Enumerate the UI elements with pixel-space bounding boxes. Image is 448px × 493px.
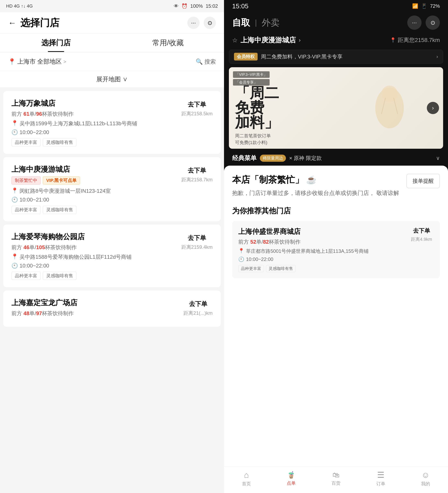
search-icon: 🔍 — [196, 58, 203, 65]
store-name-4: 上海嘉定宝龙广场店 — [11, 298, 184, 308]
banner-sub-text: 周二首笔茶饮订单可免费(1款小料) — [235, 132, 279, 146]
tab-delivery[interactable]: 外卖 — [262, 17, 280, 29]
left-header: ← 选择门店 ··· ⊙ — [0, 12, 224, 34]
tag-variety-3: 品种更丰富 — [11, 272, 41, 280]
tag-coffee-2: 灵感咖啡有售 — [43, 206, 76, 214]
store-name-2: 上海中庚漫游城店 — [11, 164, 181, 174]
recommend-queue: 前方 52单/82杯茶饮待制作 — [238, 238, 409, 246]
member-banner[interactable]: 会员特权 周二免费加料，VIP.3-VIP.黑卡专享 › — [229, 50, 443, 64]
location-button[interactable]: ⊙ — [204, 17, 216, 29]
nav-order-label: 点单 — [287, 480, 296, 486]
order-btn-3[interactable]: 去下单 — [188, 234, 206, 242]
rec-order-btn[interactable]: 去下单 — [413, 227, 430, 235]
rec-queue-2: 82 — [263, 239, 269, 245]
tab-divider: | — [255, 18, 257, 27]
store-address-2: 📍 闵虹路8号中庚漫游城一层IN123-124室 — [11, 187, 181, 195]
pin-icon-1: 📍 — [11, 120, 18, 126]
store-hours-3: 🕙 10:00~22:00 — [11, 263, 181, 269]
left-tabs: 选择门店 常用/收藏 — [0, 34, 224, 52]
right-more-button[interactable]: ··· — [407, 15, 422, 30]
queue-num2-1: 96 — [36, 111, 42, 117]
store-queue-4: 前方 48单/97杯茶饮待制作 — [11, 310, 184, 317]
clock-icon-2: 🕙 — [11, 197, 18, 203]
queue-num1-1: 61 — [23, 111, 29, 117]
location-selector[interactable]: 📍 上海市 全部地区 > — [8, 57, 66, 66]
queue-num2-4: 97 — [36, 310, 42, 316]
right-header: 自取 | 外卖 ··· ⊙ — [224, 12, 448, 33]
store-hours-1: 🕙 10:00~22:00 — [11, 129, 181, 135]
store-status-tags-2: 制茶繁忙中 VIP.黑卡可点单 — [11, 176, 181, 185]
nav-orders-label: 订单 — [376, 481, 385, 487]
tab-pickup[interactable]: 自取 — [232, 17, 250, 29]
order-icon: 🧋 — [287, 471, 295, 479]
recommend-hours: 🕙 10:00~22:00 — [238, 257, 409, 262]
map-toggle-button[interactable]: 展开地图 ∨ — [0, 71, 224, 88]
order-btn-2[interactable]: 去下单 — [188, 167, 206, 175]
nav-shop[interactable]: 🛍 百货 — [331, 471, 340, 486]
star-icon: ☆ — [232, 37, 238, 44]
collab-badge: 稀限量周边 — [260, 155, 286, 162]
queue-num1-4: 48 — [23, 310, 29, 316]
tag-coffee-1: 灵感咖啡有售 — [43, 138, 76, 146]
member-badge: 会员特权 — [234, 53, 258, 60]
busy-title: 本店「制茶繁忙」 ☕ — [232, 174, 406, 186]
menu-chevron-down[interactable]: ∨ — [436, 155, 440, 161]
right-status-bar: 15:05 📶 📱 72% — [224, 0, 448, 12]
nav-home[interactable]: ⌂ 首页 — [242, 471, 251, 487]
tab-select-store[interactable]: 选择门店 — [0, 34, 112, 52]
menu-title: 经典菜单 — [232, 154, 257, 162]
left-status-signal: HD 4G ↑↓ 4G — [6, 3, 33, 9]
store-name-1: 上海万象城店 — [11, 98, 181, 108]
rec-distance: 距离4.9km — [411, 236, 432, 242]
remind-button[interactable]: 接单提醒 — [406, 174, 440, 188]
tag-variety-1: 品种更丰富 — [11, 138, 41, 146]
nav-home-label: 首页 — [242, 481, 251, 487]
tab-favorites[interactable]: 常用/收藏 — [112, 34, 224, 52]
tag-vip-2: VIP.黑卡可点单 — [43, 176, 80, 185]
pin-icon-2: 📍 — [11, 187, 18, 194]
alarm-icon: ⏰ — [181, 3, 187, 9]
battery-right: 72% — [430, 3, 440, 9]
right-panel: 15:05 📶 📱 72% 自取 | 外卖 ··· ⊙ ☆ 上海中庚漫游城店 › — [224, 0, 448, 493]
nav-order[interactable]: 🧋 点单 — [287, 471, 296, 486]
member-arrow-icon: › — [437, 54, 438, 59]
location-arrow: > — [63, 59, 66, 65]
back-button[interactable]: ← — [8, 18, 16, 27]
store-tags-2: 品种更丰富 灵感咖啡有售 — [11, 206, 181, 214]
tag-busy-2: 制茶繁忙中 — [11, 176, 41, 185]
distance-pin-icon: 📍 — [390, 37, 396, 43]
page-title: 选择门店 — [20, 16, 59, 29]
carousel-next-button[interactable]: › — [427, 102, 439, 114]
orders-icon: ☰ — [377, 470, 384, 480]
distance-2: 距离2158.7km — [181, 176, 213, 183]
location-pin-icon: 📍 — [8, 58, 16, 65]
order-btn-1[interactable]: 去下单 — [188, 101, 206, 109]
pin-icon-3: 📍 — [11, 253, 18, 260]
distance-4: 距离21(...)km — [184, 310, 213, 316]
nav-orders[interactable]: ☰ 订单 — [376, 470, 385, 487]
right-location-icon: ⊙ — [430, 19, 435, 26]
banner-carousel: 「VIP.3~VIP.黑卡」 「会员专享」 「周二 免费 加料」 周二首笔茶饮订… — [229, 67, 443, 149]
store-selector[interactable]: ☆ 上海中庚漫游城店 › 📍 距离您2158.7km — [224, 33, 448, 48]
member-banner-text: 周二免费加料，VIP.3-VIP.黑卡专享 — [261, 53, 433, 60]
location-icon: ⊙ — [208, 20, 212, 26]
recommend-store-card: 上海仲盛世界商城店 前方 52单/82杯茶饮待制作 📍 莘庄都市路5001号仲盛… — [232, 221, 440, 278]
right-location-button[interactable]: ⊙ — [426, 15, 440, 30]
store-queue-3: 前方 46单/105杯茶饮待制作 — [11, 244, 181, 251]
store-tags-1: 品种更丰富 灵感咖啡有售 — [11, 138, 181, 146]
banner-main-text: 「周二 免费 加料」 周二首笔茶饮订单可免费(1款小料) — [235, 86, 279, 146]
nav-profile[interactable]: ☺ 我的 — [421, 471, 430, 487]
recommend-store-name: 上海仲盛世界商城店 — [238, 227, 409, 236]
wifi-icon: 📶 — [412, 3, 418, 9]
rec-pin-icon: 📍 — [238, 248, 244, 254]
selected-store-name: 上海中庚漫游城店 — [240, 35, 296, 45]
store-queue-1: 前方 61单/96杯茶饮待制作 — [11, 111, 181, 118]
rec-queue-1: 52 — [250, 239, 256, 245]
distance-1: 距离2158.5km — [181, 111, 213, 117]
more-button[interactable]: ··· — [187, 17, 200, 29]
svg-point-1 — [382, 86, 398, 102]
left-panel: HD 4G ↑↓ 4G 👁 ⏰ 100% 15:02 ← 选择门店 ··· ⊙ … — [0, 0, 224, 493]
store-list: 上海万象城店 前方 61单/96杯茶饮待制作 📍 吴中路1599号上海万象城L1… — [0, 88, 224, 493]
search-button[interactable]: 🔍 搜索 — [196, 58, 216, 66]
order-btn-4[interactable]: 去下单 — [189, 300, 207, 308]
